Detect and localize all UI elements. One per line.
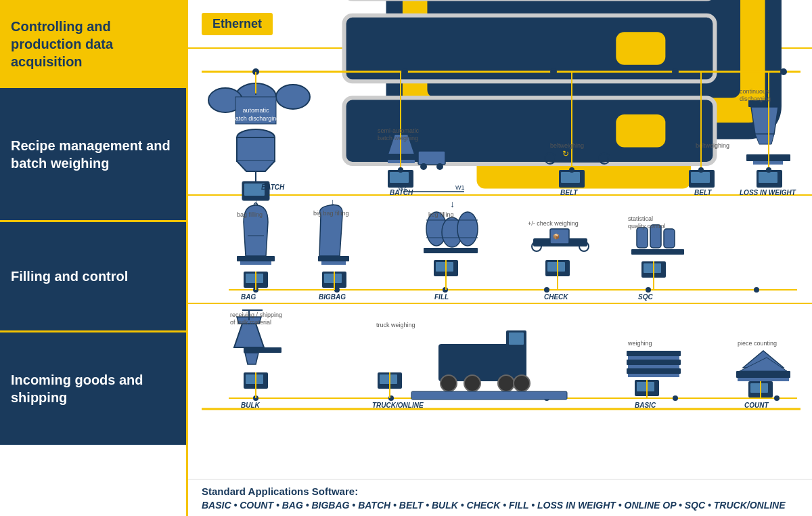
diagram-area: automatic batch discharging BATCH W2 W1 <box>188 49 812 479</box>
svg-rect-166 <box>637 382 654 391</box>
svg-point-136 <box>774 395 780 401</box>
svg-text:quality control: quality control <box>628 223 666 230</box>
svg-text:COUNT: COUNT <box>744 402 769 409</box>
svg-rect-161 <box>627 360 681 365</box>
sidebar-filling-text: Filling and control <box>11 267 128 285</box>
svg-point-22 <box>276 85 310 109</box>
svg-rect-141 <box>246 374 263 384</box>
svg-point-79 <box>544 287 549 293</box>
svg-text:continuous: continuous <box>740 88 769 95</box>
svg-rect-163 <box>627 368 681 374</box>
svg-point-151 <box>498 375 514 391</box>
svg-text:SQC: SQC <box>638 293 653 301</box>
top-bar: Ethernet data management <box>188 0 812 49</box>
svg-text:↻: ↻ <box>562 149 569 158</box>
svg-rect-162 <box>628 365 679 368</box>
sidebar: Controlling and production data acquisit… <box>0 0 186 516</box>
svg-rect-160 <box>628 356 679 360</box>
svg-rect-159 <box>627 351 681 356</box>
sidebar-incoming-text: Incoming goods and shipping <box>11 371 175 406</box>
sidebar-controlling-text: Controlling and production data acquisit… <box>11 18 175 70</box>
svg-rect-139 <box>244 347 281 353</box>
svg-text:+/- check weighing: +/- check weighing <box>528 220 579 227</box>
svg-rect-106 <box>436 262 453 272</box>
svg-text:BIGBAG: BIGBAG <box>319 293 346 301</box>
svg-rect-117 <box>547 262 565 272</box>
svg-point-152 <box>514 375 530 391</box>
svg-text:↓: ↓ <box>450 198 455 209</box>
svg-rect-92 <box>321 261 346 265</box>
svg-point-101 <box>457 212 478 246</box>
svg-rect-171 <box>738 378 789 381</box>
svg-text:BELT: BELT <box>694 189 712 196</box>
svg-rect-104 <box>424 248 478 253</box>
svg-text:CHECK: CHECK <box>544 293 568 301</box>
svg-rect-54 <box>561 172 580 183</box>
svg-rect-63 <box>759 172 777 183</box>
svg-point-65 <box>766 167 771 173</box>
svg-rect-39 <box>418 151 445 165</box>
svg-rect-83 <box>237 256 275 261</box>
svg-text:receiving / shipping: receiving / shipping <box>230 311 282 318</box>
svg-text:↓: ↓ <box>254 196 258 207</box>
svg-rect-84 <box>240 261 271 265</box>
svg-text:automatic: automatic <box>242 107 269 114</box>
svg-text:piece counting: piece counting <box>738 340 777 347</box>
svg-point-77 <box>334 287 340 293</box>
svg-text:BAG: BAG <box>241 293 256 301</box>
sidebar-recipe-text: Recipe management and batch weighing <box>11 137 175 172</box>
sidebar-controlling: Controlling and production data acquisit… <box>0 0 186 88</box>
svg-rect-153 <box>411 391 567 400</box>
content-panel: Ethernet data management <box>186 0 812 516</box>
svg-rect-155 <box>380 374 397 384</box>
svg-point-15 <box>550 68 557 75</box>
svg-rect-86 <box>246 274 263 283</box>
svg-text:FILL: FILL <box>434 293 449 301</box>
sidebar-incoming: Incoming goods and shipping <box>0 332 186 445</box>
svg-text:BASIC: BASIC <box>635 402 656 409</box>
svg-point-73 <box>698 167 704 173</box>
svg-text:BATCH: BATCH <box>390 189 413 196</box>
svg-text:BELT: BELT <box>560 189 578 196</box>
svg-rect-123 <box>664 229 675 248</box>
svg-rect-126 <box>644 263 661 273</box>
svg-text:↓: ↓ <box>330 196 335 207</box>
svg-rect-164 <box>628 374 679 377</box>
svg-text:statistical: statistical <box>628 215 653 222</box>
svg-rect-71 <box>691 172 710 183</box>
svg-rect-173 <box>750 383 768 393</box>
std-apps-title: Standard Applications Software: <box>202 486 812 497</box>
svg-text:batch discharging: batch discharging <box>232 115 280 122</box>
svg-point-16 <box>672 68 679 75</box>
svg-text:discharging: discharging <box>740 95 771 102</box>
svg-rect-91 <box>318 256 349 261</box>
svg-point-41 <box>436 163 443 170</box>
svg-text:semi-automatic: semi-automatic <box>378 127 420 134</box>
svg-rect-148 <box>509 332 524 345</box>
svg-text:LOSS IN WEIGHT: LOSS IN WEIGHT <box>740 189 796 196</box>
sidebar-recipe: Recipe management and batch weighing <box>0 88 186 222</box>
sidebar-filling: Filling and control <box>0 222 186 332</box>
svg-rect-124 <box>631 249 684 255</box>
svg-text:TRUCK/ONLINE: TRUCK/ONLINE <box>372 402 424 409</box>
svg-point-17 <box>780 68 787 75</box>
svg-point-150 <box>464 375 480 391</box>
svg-text:beltweighing: beltweighing <box>550 142 584 149</box>
svg-rect-94 <box>324 274 342 283</box>
svg-point-14 <box>401 68 408 75</box>
svg-text:weighing: weighing <box>627 340 652 347</box>
svg-rect-28 <box>237 137 275 161</box>
svg-text:BULK: BULK <box>241 402 261 409</box>
svg-text:📦: 📦 <box>553 233 560 240</box>
svg-rect-43 <box>390 172 409 183</box>
main-diagram-svg: automatic batch discharging BATCH W2 W1 <box>188 49 812 428</box>
svg-point-81 <box>754 287 759 293</box>
svg-text:bag filling: bag filling <box>237 211 263 218</box>
svg-point-56 <box>569 167 574 173</box>
svg-point-80 <box>646 287 651 293</box>
svg-point-149 <box>441 375 457 391</box>
std-apps-list: BASIC • COUNT • BAG • BIGBAG • BATCH • B… <box>202 500 812 511</box>
svg-text:keg filling: keg filling <box>428 211 454 218</box>
svg-rect-170 <box>736 371 790 378</box>
svg-text:BATCH: BATCH <box>261 184 285 191</box>
